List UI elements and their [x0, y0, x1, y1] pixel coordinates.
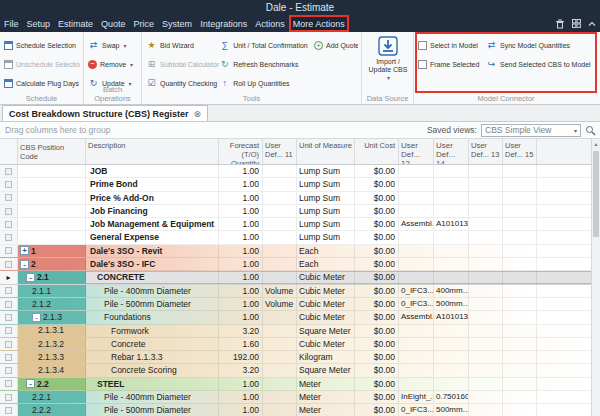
close-tab-icon[interactable]: ⊗: [194, 109, 202, 119]
user-def-13-cell[interactable]: [469, 271, 503, 283]
column-header-desc[interactable]: Description: [86, 139, 219, 164]
collapse-node-icon[interactable]: -: [26, 379, 35, 388]
cbs-row-7[interactable]: +1Dale's 3SO - Revit1.00Each$0.00: [0, 245, 591, 258]
unit-of-measure-cell[interactable]: Meter: [297, 378, 355, 390]
column-header-ud15[interactable]: User Def... 15: [503, 139, 537, 164]
print-icon[interactable]: [555, 19, 565, 29]
user-def-12-cell[interactable]: [399, 258, 434, 270]
user-def-13-cell[interactable]: [469, 258, 503, 270]
user-def-13-cell[interactable]: [469, 205, 503, 217]
user-def-13-cell[interactable]: [469, 192, 503, 204]
forecast-qty-cell[interactable]: 1.00: [219, 192, 263, 204]
cbs-position-code-cell[interactable]: +1: [18, 245, 86, 257]
cbs-row-6[interactable]: General Expense1.00Lump Sum$0.00: [0, 231, 591, 244]
user-def-14-cell[interactable]: 500mm...: [434, 404, 469, 416]
unit-cost-cell[interactable]: $0.00: [355, 285, 399, 297]
cbs-position-code-cell[interactable]: 2.1.3.3: [18, 351, 86, 363]
user-def-15-cell[interactable]: [503, 404, 537, 416]
description-cell[interactable]: STEEL: [86, 378, 219, 390]
ribbon-tab-setup[interactable]: Setup: [23, 15, 55, 32]
user-def-13-cell[interactable]: [469, 165, 503, 177]
column-header-ud13[interactable]: User Def... 13: [469, 139, 503, 164]
row-marker-cell[interactable]: [0, 298, 18, 310]
user-def-15-cell[interactable]: [503, 245, 537, 257]
description-cell[interactable]: Dale's 3SO - Revit: [86, 245, 219, 257]
forecast-qty-cell[interactable]: 3.20: [219, 364, 263, 376]
user-def-11-cell[interactable]: [263, 338, 297, 350]
forecast-qty-cell[interactable]: 1.00: [219, 311, 263, 323]
user-def-12-cell[interactable]: [399, 231, 434, 243]
user-def-14-cell[interactable]: [434, 338, 469, 350]
user-def-15-cell[interactable]: [503, 258, 537, 270]
row-marker-cell[interactable]: ▸: [0, 271, 18, 283]
cbs-row-2[interactable]: Prime Bond1.00Lump Sum$0.00: [0, 178, 591, 191]
user-def-14-cell[interactable]: 500mm...: [434, 298, 469, 310]
user-def-11-cell[interactable]: [263, 205, 297, 217]
cbs-row-16[interactable]: 2.1.3.4Concrete Scoring3.20Square Meter$…: [0, 364, 591, 377]
unit-cost-cell[interactable]: $0.00: [355, 218, 399, 230]
user-def-15-cell[interactable]: [503, 338, 537, 350]
unit-of-measure-cell[interactable]: Cubic Meter: [297, 271, 355, 283]
unit-of-measure-cell[interactable]: Square Meter: [297, 364, 355, 376]
row-marker-cell[interactable]: [0, 178, 18, 190]
ribbon-tab-quote[interactable]: Quote: [97, 15, 130, 32]
forecast-qty-cell[interactable]: 1.00: [219, 245, 263, 257]
description-cell[interactable]: Price % Add-On: [86, 192, 219, 204]
user-def-14-cell[interactable]: 400mm...: [434, 285, 469, 297]
user-def-15-cell[interactable]: [503, 231, 537, 243]
cbs-row-12[interactable]: -2.1.3Foundations1.00Cubic Meter$0.00Ass…: [0, 311, 591, 324]
user-def-13-cell[interactable]: [469, 245, 503, 257]
user-def-13-cell[interactable]: [469, 338, 503, 350]
user-def-11-cell[interactable]: Volume: [263, 285, 297, 297]
remove-button[interactable]: − Remove ▾: [88, 55, 138, 74]
cbs-position-code-cell[interactable]: 2.1.3.4: [18, 364, 86, 376]
row-marker-cell[interactable]: [0, 378, 18, 390]
description-cell[interactable]: Pile - 500mm Diameter: [86, 298, 219, 310]
row-marker-cell[interactable]: [0, 325, 18, 337]
user-def-11-cell[interactable]: [263, 218, 297, 230]
user-def-15-cell[interactable]: [503, 391, 537, 403]
description-cell[interactable]: Pile - 500mm Diameter: [86, 404, 219, 416]
ribbon-tab-more-actions[interactable]: More Actions: [289, 15, 349, 32]
user-def-14-cell[interactable]: [434, 258, 469, 270]
forecast-qty-cell[interactable]: 1.00: [219, 404, 263, 416]
cbs-position-code-cell[interactable]: [18, 218, 86, 230]
unit-of-measure-cell[interactable]: Each: [297, 258, 355, 270]
user-def-13-cell[interactable]: [469, 311, 503, 323]
user-def-14-cell[interactable]: [434, 245, 469, 257]
user-def-12-cell[interactable]: [399, 271, 434, 283]
user-def-15-cell[interactable]: [503, 378, 537, 390]
user-def-12-cell[interactable]: Assembl...: [399, 311, 434, 323]
ribbon-tab-price[interactable]: Price: [130, 15, 159, 32]
cbs-position-code-cell[interactable]: 2.1.3.2: [18, 338, 86, 350]
user-def-12-cell[interactable]: [399, 364, 434, 376]
ribbon-tab-system[interactable]: System: [158, 15, 196, 32]
user-def-15-cell[interactable]: [503, 178, 537, 190]
cbs-position-code-cell[interactable]: -2.1.3: [18, 311, 86, 323]
unit-cost-cell[interactable]: $0.00: [355, 258, 399, 270]
user-def-12-cell[interactable]: [399, 351, 434, 363]
user-def-11-cell[interactable]: [263, 271, 297, 283]
user-def-11-cell[interactable]: [263, 378, 297, 390]
forecast-qty-cell[interactable]: 1.00: [219, 391, 263, 403]
user-def-15-cell[interactable]: [503, 165, 537, 177]
user-def-14-cell[interactable]: [434, 325, 469, 337]
ribbon-tab-file[interactable]: File: [0, 15, 23, 32]
column-header-cost[interactable]: Unit Cost: [355, 139, 399, 164]
row-marker-cell[interactable]: [0, 404, 18, 416]
cbs-row-13[interactable]: 2.1.3.1Formwork3.20Square Meter$0.00: [0, 325, 591, 338]
row-marker-cell[interactable]: [0, 351, 18, 363]
user-def-14-cell[interactable]: [434, 378, 469, 390]
user-def-12-cell[interactable]: [399, 192, 434, 204]
unit-cost-cell[interactable]: $0.00: [355, 231, 399, 243]
collapse-node-icon[interactable]: -: [26, 273, 35, 282]
unit-cost-cell[interactable]: $0.00: [355, 338, 399, 350]
forecast-qty-cell[interactable]: 1.00: [219, 378, 263, 390]
row-marker-cell[interactable]: [0, 311, 18, 323]
unit-of-measure-cell[interactable]: Lump Sum: [297, 165, 355, 177]
unit-cost-cell[interactable]: $0.00: [355, 165, 399, 177]
user-def-11-cell[interactable]: [263, 325, 297, 337]
unit-cost-cell[interactable]: $0.00: [355, 325, 399, 337]
user-def-14-cell[interactable]: A1010130: [434, 311, 469, 323]
column-header-uom[interactable]: Unit of Measure: [297, 139, 355, 164]
